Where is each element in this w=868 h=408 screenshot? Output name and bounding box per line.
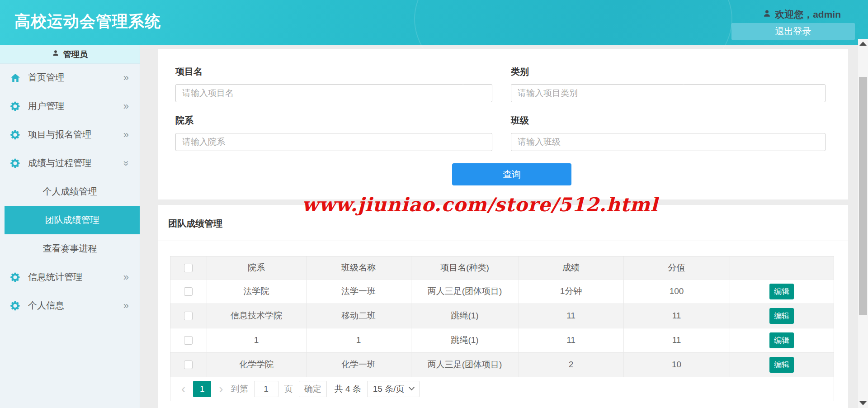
sidebar-item-personal-info[interactable]: 个人信息 » [0,291,140,320]
cell-event: 跳绳(1) [411,328,519,352]
pagination-prev-icon[interactable]: ‹ [179,383,187,395]
pagination-goto-suffix: 页 [284,383,293,395]
project-name-input[interactable] [175,84,492,102]
cell-dept: 化学学院 [207,352,306,377]
table-row: 信息技术学院 移动二班 跳绳(1) 11 11 编辑 [170,304,834,328]
sidebar-item-label: 成绩与过程管理 [28,157,123,169]
edit-button[interactable]: 编辑 [769,284,794,299]
gear-icon [10,300,21,311]
app-title: 高校运动会管理系统 [14,11,161,32]
cell-dept: 法学院 [207,279,306,304]
welcome-message: 欢迎您，admin [763,8,841,21]
cell-dept: 信息技术学院 [207,304,306,328]
chevron-right-icon: » [123,72,129,84]
column-header-points: 分值 [623,256,730,279]
pagination-goto-input[interactable] [254,381,278,397]
field-label-class: 班级 [511,114,826,127]
cell-class: 法学一班 [306,279,411,304]
pagination-total-text: 共 4 条 [335,383,361,395]
column-header-class: 班级名称 [306,256,411,279]
cell-points: 100 [623,279,730,304]
table-row: 化学学院 化学一班 两人三足(团体项目) 2 10 编辑 [170,352,834,377]
sidebar-item-project-signup-mgmt[interactable]: 项目与报名管理 » [0,120,140,149]
field-label-department: 院系 [175,114,492,127]
row-checkbox[interactable] [184,287,193,296]
column-header-actions [730,256,834,279]
row-checkbox[interactable] [184,336,193,345]
department-input[interactable] [175,133,492,151]
sidebar: 管理员 首页管理 » 用户管理 » 项目与报名管理 » [0,45,140,408]
sidebar-item-score-process-mgmt[interactable]: 成绩与过程管理 » [0,149,140,177]
cell-dept: 1 [207,328,306,352]
cell-event: 两人三足(团体项目) [411,279,519,304]
page-size-select[interactable]: 15 条/页 [367,381,420,397]
column-header-event: 项目名(种类) [411,256,519,279]
edit-button[interactable]: 编辑 [769,357,794,373]
cell-score: 11 [519,328,623,352]
column-header-dept: 院系 [207,256,306,279]
pagination-next-icon[interactable]: › [217,383,225,395]
pagination-bar: ‹ 1 › 到第 页 确定 共 4 条 15 条/页 [170,377,834,401]
chevron-right-icon: » [123,271,129,283]
chevron-right-icon: » [123,300,129,312]
sidebar-role-header: 管理员 [0,45,140,63]
team-score-table-container: 院系 班级名称 项目名(种类) 成绩 分值 法学院 法学一班 [170,256,834,401]
cell-class: 化学一班 [306,352,411,377]
cell-class: 1 [306,328,411,352]
scrollbar-thumb[interactable] [859,77,867,315]
row-checkbox[interactable] [184,361,193,369]
cell-points: 11 [623,304,730,328]
table-row: 1 1 跳绳(1) 11 11 编辑 [170,328,834,352]
scroll-up-icon[interactable] [859,42,867,46]
team-score-table: 院系 班级名称 项目名(种类) 成绩 分值 法学院 法学一班 [170,256,834,377]
chevron-right-icon: » [123,129,129,141]
pagination-current-page[interactable]: 1 [193,381,211,397]
cell-points: 11 [623,328,730,352]
cell-score: 11 [519,304,623,328]
gear-icon [10,101,21,112]
watermark-text: www.jiuniao.com/store/512.html [302,194,658,216]
gear-icon [10,158,21,169]
row-checkbox[interactable] [184,312,193,320]
admin-user-icon [52,49,59,59]
sidebar-subitem-personal-scores[interactable]: 个人成绩管理 [0,177,140,206]
pagination-confirm-button[interactable]: 确定 [299,381,327,397]
gear-icon [10,272,21,283]
home-icon [10,72,21,83]
scrollbar[interactable] [858,39,868,408]
cell-score: 1分钟 [519,279,623,304]
cell-event: 两人三足(团体项目) [411,352,519,377]
query-button[interactable]: 查询 [452,163,571,185]
sidebar-subitem-event-progress[interactable]: 查看赛事进程 [0,234,140,263]
chevron-down-icon: » [120,160,132,166]
class-input[interactable] [511,133,826,151]
edit-button[interactable]: 编辑 [769,308,794,324]
welcome-text: 欢迎您，admin [775,8,841,21]
sidebar-item-label: 信息统计管理 [28,271,123,283]
scroll-down-icon[interactable] [859,401,867,405]
chevron-right-icon: » [123,100,129,112]
cell-event: 跳绳(1) [411,304,519,328]
page-size-value: 15 条/页 [373,383,405,395]
sidebar-subitem-team-scores[interactable]: 团队成绩管理 [5,206,140,234]
sidebar-item-label: 首页管理 [28,71,123,84]
pagination-goto-prefix: 到第 [231,383,248,395]
gear-icon [10,129,21,140]
sidebar-item-label: 用户管理 [28,100,123,112]
column-header-score: 成绩 [519,256,623,279]
sidebar-item-info-stats-mgmt[interactable]: 信息统计管理 » [0,263,140,291]
logout-button[interactable]: 退出登录 [731,23,855,40]
sidebar-item-label: 项目与报名管理 [28,128,123,141]
sidebar-role-label: 管理员 [63,49,88,60]
team-score-panel: 团队成绩管理 院系 班级名称 项目名(种类) 成绩 分值 [158,205,848,408]
chevron-down-icon [409,387,415,391]
app-header: 高校运动会管理系统 欢迎您，admin 退出登录 [0,0,868,45]
table-row: 法学院 法学一班 两人三足(团体项目) 1分钟 100 编辑 [170,279,834,304]
sidebar-item-user-mgmt[interactable]: 用户管理 » [0,92,140,120]
sidebar-item-home-mgmt[interactable]: 首页管理 » [0,63,140,92]
select-all-checkbox[interactable] [184,264,193,272]
edit-button[interactable]: 编辑 [769,332,794,348]
sidebar-item-label: 个人信息 [28,299,123,312]
cell-score: 2 [519,352,623,377]
table-header-row: 院系 班级名称 项目名(种类) 成绩 分值 [170,256,834,279]
